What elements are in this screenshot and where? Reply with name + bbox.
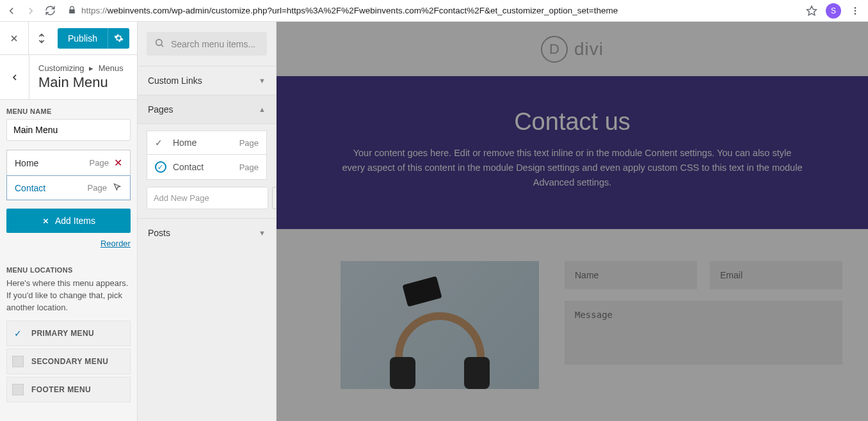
svg-point-3 [855, 13, 856, 15]
publish-settings-button[interactable] [108, 28, 129, 49]
bookmark-star-icon[interactable] [804, 3, 819, 19]
svg-point-2 [855, 10, 856, 12]
section-posts[interactable]: Posts ▼ [138, 218, 276, 247]
message-field[interactable] [565, 301, 842, 365]
menu-item-type: Page [88, 183, 107, 193]
section-title: Main Menu [38, 74, 124, 91]
contact-image [341, 261, 539, 389]
email-field[interactable] [710, 261, 842, 289]
svg-line-7 [161, 45, 163, 47]
search-icon [154, 38, 165, 50]
location-primary[interactable]: ✓ PRIMARY MENU [6, 321, 131, 346]
chevron-down-icon: ▼ [259, 77, 266, 84]
hero-body: Your content goes here. Edit or remove t… [342, 146, 803, 191]
location-label: FOOTER MENU [31, 385, 91, 394]
logo-text: divi [574, 39, 604, 60]
reorder-link[interactable]: Reorder [100, 239, 131, 248]
logo-icon: D [541, 36, 568, 63]
back-nav-icon[interactable] [5, 4, 18, 17]
publish-button[interactable]: Publish [58, 28, 108, 49]
breadcrumb: Customizing ▸ Menus [38, 63, 124, 73]
add-items-button[interactable]: Add Items [6, 209, 131, 233]
svg-marker-0 [807, 6, 817, 15]
checkbox-empty-icon [12, 356, 24, 367]
cursor-icon [112, 182, 122, 193]
page-item-home[interactable]: ✓ Home Page [147, 131, 267, 155]
svg-point-1 [855, 7, 856, 9]
section-pages[interactable]: Pages ▲ [138, 95, 276, 123]
add-items-panel: Custom Links ▼ Pages ▲ ✓ Home Page Conta… [138, 22, 277, 421]
hero-title: Contact us [302, 108, 842, 136]
forward-nav-icon[interactable] [24, 4, 37, 17]
back-button[interactable] [0, 55, 29, 99]
menu-locations-label: MENU LOCATIONS [6, 266, 131, 274]
preview-header: D divi [277, 22, 868, 76]
name-field[interactable] [565, 261, 697, 289]
search-box[interactable] [147, 32, 267, 56]
reload-icon[interactable] [44, 4, 56, 17]
kebab-menu-icon[interactable] [848, 3, 863, 19]
menu-item-contact[interactable]: Contact Page [6, 175, 131, 200]
menu-name-input[interactable] [6, 119, 131, 141]
locations-description: Here's where this menu appears. If you'd… [6, 278, 131, 314]
menu-item-type: Page [90, 158, 109, 168]
location-label: PRIMARY MENU [31, 329, 94, 338]
chevron-down-icon: ▼ [259, 229, 266, 237]
profile-avatar[interactable]: S [826, 3, 841, 19]
check-icon: ✓ [155, 138, 166, 148]
menu-item-home[interactable]: Home Page ✕ [6, 150, 131, 176]
menu-name-label: MENU NAME [6, 107, 131, 115]
page-item-contact[interactable]: Contact Page [147, 154, 267, 180]
check-circle-icon [155, 161, 166, 173]
hero-section: Contact us Your content goes here. Edit … [277, 76, 868, 229]
chevron-up-icon: ▲ [259, 106, 266, 113]
customizer-sidebar: Publish Customizing ▸ Menus Main Menu ME… [0, 22, 138, 421]
section-custom-links[interactable]: Custom Links ▼ [138, 66, 276, 95]
page-item-label: Contact [173, 162, 239, 172]
checkbox-empty-icon [12, 384, 24, 395]
add-page-button[interactable]: + Add [272, 187, 277, 209]
menu-item-label: Home [15, 158, 90, 168]
location-secondary[interactable]: SECONDARY MENU [6, 349, 131, 374]
address-bar[interactable]: https://webinvents.com/wp-admin/customiz… [63, 2, 798, 20]
remove-item-icon[interactable]: ✕ [114, 157, 122, 169]
menu-item-label: Contact [15, 183, 88, 193]
search-input[interactable] [171, 39, 277, 49]
page-item-type: Page [239, 138, 259, 148]
close-icon [42, 217, 50, 225]
page-item-type: Page [239, 163, 259, 172]
devices-toggle-icon[interactable] [29, 22, 58, 54]
svg-point-6 [156, 40, 162, 45]
lock-icon [68, 6, 76, 16]
page-item-label: Home [173, 138, 239, 148]
close-customizer-button[interactable] [0, 22, 29, 54]
site-preview: D divi Contact us Your content goes here… [277, 22, 868, 421]
url-text: https://webinvents.com/wp-admin/customiz… [81, 6, 792, 15]
add-new-page-input[interactable] [147, 187, 268, 209]
browser-toolbar: https://webinvents.com/wp-admin/customiz… [0, 0, 868, 22]
location-footer[interactable]: FOOTER MENU [6, 377, 131, 402]
location-label: SECONDARY MENU [31, 357, 108, 366]
check-icon: ✓ [12, 328, 24, 339]
